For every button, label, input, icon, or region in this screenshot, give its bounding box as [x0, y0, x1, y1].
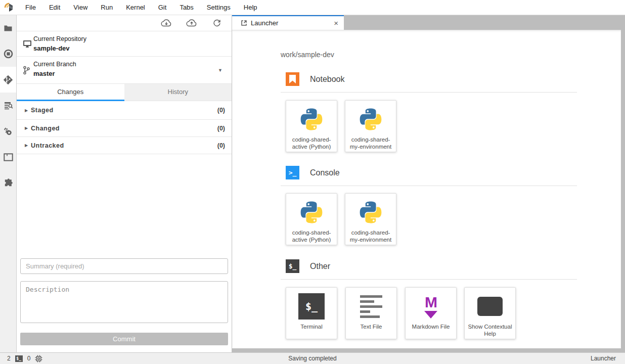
notebook-icon	[286, 72, 299, 86]
divider	[281, 186, 577, 186]
git-toolbar	[17, 15, 232, 31]
cloud-push-icon	[186, 19, 197, 27]
menu-view[interactable]: View	[67, 0, 94, 15]
collapse-caret-icon: ▶	[25, 143, 31, 148]
sidebar-item-file-browser[interactable]	[0, 15, 16, 41]
git-panel: Current Repository sample-dev Current Br…	[17, 15, 232, 352]
status-message: Saving completed	[0, 355, 625, 362]
divider	[281, 279, 577, 280]
launcher-card-notebook-2[interactable]: coding-shared-my-environment	[345, 100, 396, 152]
extensions-puzzle-icon	[4, 178, 13, 188]
current-activity-label[interactable]: Launcher	[591, 355, 616, 362]
staged-label: Staged	[31, 107, 54, 114]
open-tabs-icon	[4, 153, 13, 161]
close-tab-icon[interactable]: ×	[334, 19, 338, 27]
launcher-card-terminal[interactable]: $_ Terminal	[286, 287, 337, 339]
current-working-directory: work/sample-dev	[281, 51, 334, 59]
launcher-card-markdown-file[interactable]: M Markdown File	[405, 287, 457, 339]
branch-icon	[22, 65, 30, 75]
collapse-caret-icon: ▶	[25, 126, 31, 130]
markdown-icon: M	[418, 293, 444, 320]
menu-edit[interactable]: Edit	[42, 0, 67, 15]
launcher-icon	[241, 20, 247, 26]
terminal-icon: $_	[298, 293, 325, 320]
menu-run[interactable]: Run	[94, 0, 119, 15]
commit-button[interactable]: Commit	[20, 333, 228, 345]
launcher-card-text-file[interactable]: Text File	[345, 287, 397, 339]
settings-gears-icon	[3, 126, 13, 136]
branch-dropdown-caret-icon[interactable]: ▼	[218, 68, 222, 73]
commit-description-input[interactable]	[20, 281, 228, 323]
python-icon	[358, 199, 384, 225]
git-push-button[interactable]	[186, 18, 197, 29]
current-repository-label: Current Repository	[33, 35, 86, 42]
refresh-icon	[213, 19, 221, 27]
staged-count: (0)	[217, 107, 225, 114]
tab-changes[interactable]: Changes	[17, 84, 124, 101]
git-tabs: Changes History	[17, 84, 232, 101]
other-section-header: $_ Other	[281, 259, 330, 273]
menu-git[interactable]: Git	[152, 0, 173, 15]
launcher-tab-label: Launcher	[251, 19, 278, 27]
launcher-card-notebook-1[interactable]: coding-shared-active (Python)	[286, 100, 337, 152]
other-section-title: Other	[310, 262, 330, 271]
card-label: Show Contextual Help	[465, 323, 515, 338]
current-repository-row: Current Repository sample-dev	[17, 31, 232, 57]
current-branch-row[interactable]: Current Branch master ▼	[17, 57, 232, 84]
untracked-count: (0)	[217, 142, 225, 149]
commit-summary-input[interactable]	[20, 258, 228, 274]
left-sidebar	[0, 15, 17, 352]
launcher-card-console-1[interactable]: coding-shared-active (Python)	[286, 193, 337, 245]
console-section-title: Console	[310, 168, 340, 177]
launcher-panel: work/sample-dev Notebook coding-shared-a…	[232, 30, 621, 348]
card-label: coding-shared-active (Python)	[286, 136, 337, 151]
menu-help[interactable]: Help	[237, 0, 264, 15]
tab-history[interactable]: History	[124, 84, 232, 101]
git-icon	[3, 75, 13, 85]
python-icon	[298, 106, 325, 132]
sidebar-item-running-sessions[interactable]	[0, 41, 16, 67]
card-label: coding-shared-my-environment	[345, 136, 396, 151]
current-branch-label: Current Branch	[33, 61, 76, 68]
menu-settings[interactable]: Settings	[200, 0, 237, 15]
divider	[281, 92, 577, 93]
menu-tabs[interactable]: Tabs	[173, 0, 200, 15]
python-icon	[358, 106, 384, 132]
cloud-pull-icon	[161, 19, 172, 27]
sidebar-item-settings[interactable]	[0, 118, 16, 144]
untracked-label: Untracked	[31, 142, 64, 149]
terminal-icon: $_	[286, 259, 299, 273]
menu-kernel[interactable]: Kernel	[119, 0, 152, 15]
changed-count: (0)	[217, 125, 225, 132]
tab-launcher[interactable]: Launcher ×	[232, 15, 344, 30]
sidebar-item-open-tabs[interactable]	[0, 144, 16, 170]
card-label: coding-shared-my-environment	[345, 229, 396, 244]
notebook-section-title: Notebook	[310, 75, 345, 84]
contextual-help-icon	[477, 293, 503, 320]
sidebar-item-extensions[interactable]	[0, 170, 16, 196]
text-file-icon	[358, 293, 384, 320]
untracked-section-header[interactable]: ▶ Untracked (0)	[17, 137, 232, 154]
staged-section-header[interactable]: ▶ Staged (0)	[17, 101, 232, 120]
status-bar: 2 $_ 0 Saving completed Launcher	[0, 352, 625, 364]
menubar: File Edit View Run Kernel Git Tabs Setti…	[0, 0, 625, 15]
repository-icon	[22, 39, 32, 49]
launcher-card-console-2[interactable]: coding-shared-my-environment	[345, 193, 396, 245]
card-label: Text File	[359, 323, 384, 330]
sidebar-item-git[interactable]	[0, 67, 16, 93]
console-section-header: >_ Console	[281, 166, 340, 179]
sidebar-item-property-inspector[interactable]	[0, 93, 16, 118]
git-refresh-button[interactable]	[211, 18, 222, 29]
main-dock: Launcher × work/sample-dev Notebook	[232, 15, 625, 352]
current-repository-value: sample-dev	[33, 44, 70, 52]
launcher-card-contextual-help[interactable]: Show Contextual Help	[464, 287, 516, 339]
collapse-caret-icon: ▶	[25, 108, 31, 113]
menu-file[interactable]: File	[19, 0, 42, 15]
card-label: Terminal	[299, 323, 324, 330]
card-label: coding-shared-active (Python)	[286, 229, 337, 244]
running-sessions-icon	[4, 49, 13, 59]
git-pull-button[interactable]	[161, 18, 172, 29]
console-icon: >_	[286, 166, 299, 179]
changed-section-header[interactable]: ▶ Changed (0)	[17, 120, 232, 137]
notebook-section-header: Notebook	[281, 72, 345, 86]
